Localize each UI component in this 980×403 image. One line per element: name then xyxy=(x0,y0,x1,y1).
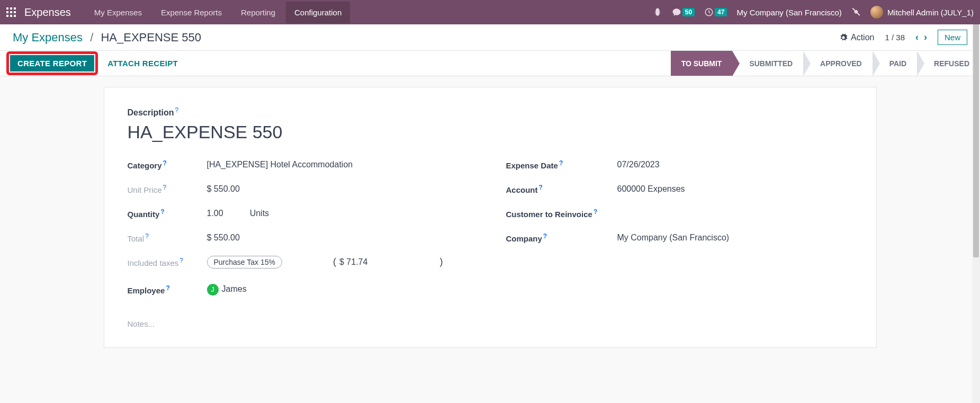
nav-configuration[interactable]: Configuration xyxy=(286,2,350,23)
total-value: $ 550.00 xyxy=(207,233,474,243)
action-label: Action xyxy=(851,33,874,42)
help-icon[interactable]: ? xyxy=(179,257,183,264)
nav-reporting[interactable]: Reporting xyxy=(232,2,284,23)
category-value[interactable]: [HA_EXPENSE] Hotel Accommodation xyxy=(207,160,474,169)
taxes-row: Included taxes? Purchase Tax 15% ( $ 71.… xyxy=(128,255,474,270)
attach-receipt-button[interactable]: ATTACH RECEIPT xyxy=(100,55,185,72)
account-value[interactable]: 600000 Expenses xyxy=(617,184,853,194)
activity-badge: 47 xyxy=(715,8,727,16)
bug-icon[interactable] xyxy=(653,7,662,17)
svg-rect-7 xyxy=(10,15,12,17)
messaging-icon[interactable]: 50 xyxy=(672,7,695,17)
unit-price-value[interactable]: $ 550.00 xyxy=(207,184,474,194)
svg-rect-6 xyxy=(6,15,8,17)
svg-rect-5 xyxy=(14,11,16,13)
total-row: Total? $ 550.00 xyxy=(128,230,474,245)
quantity-row: Quantity? 1.00Units xyxy=(128,206,474,221)
pager-text[interactable]: 1 / 38 xyxy=(885,33,905,42)
pager-next-icon[interactable]: › xyxy=(924,32,927,43)
breadcrumb-parent[interactable]: My Expenses xyxy=(13,31,83,44)
brand-title[interactable]: Expenses xyxy=(24,6,71,19)
employee-label: Employee? xyxy=(128,284,207,295)
breadcrumb-separator: / xyxy=(90,31,93,44)
breadcrumb-right: Action 1 / 38 ‹ › New xyxy=(839,30,967,45)
breadcrumb-bar: My Expenses / HA_EXPENSE 550 Action 1 / … xyxy=(0,24,980,51)
svg-rect-8 xyxy=(14,15,16,17)
statusbar: CREATE REPORT ATTACH RECEIPT TO SUBMIT S… xyxy=(0,51,980,76)
topnav-left: Expenses My Expenses Expense Reports Rep… xyxy=(6,2,350,23)
user-avatar xyxy=(870,6,883,19)
employee-avatar: J xyxy=(207,284,219,295)
expense-title[interactable]: HA_EXPENSE 550 xyxy=(128,122,853,142)
svg-rect-4 xyxy=(10,11,12,13)
help-icon[interactable]: ? xyxy=(166,284,169,292)
reinvoice-label: Customer to Reinvoice? xyxy=(506,208,617,219)
account-label: Account? xyxy=(506,184,617,194)
employee-row: Employee? JJames xyxy=(128,282,474,297)
date-value[interactable]: 07/26/2023 xyxy=(617,160,853,169)
breadcrumb: My Expenses / HA_EXPENSE 550 xyxy=(13,31,201,44)
tax-tag[interactable]: Purchase Tax 15% xyxy=(207,256,282,268)
user-name: Mitchell Admin (JULY_1) xyxy=(887,8,974,17)
tax-amount: $ 71.74 xyxy=(339,257,367,267)
help-icon[interactable]: ? xyxy=(543,232,547,240)
svg-rect-3 xyxy=(6,11,8,13)
help-icon[interactable]: ? xyxy=(594,208,597,216)
help-icon[interactable]: ? xyxy=(163,184,167,191)
step-refused[interactable]: REFUSED xyxy=(917,51,980,76)
quantity-value[interactable]: 1.00Units xyxy=(207,209,474,218)
account-row: Account? 600000 Expenses xyxy=(506,182,853,196)
form-sheet: Description? HA_EXPENSE 550 Category? [H… xyxy=(104,87,877,348)
quantity-label: Quantity? xyxy=(128,208,207,219)
new-button[interactable]: New xyxy=(938,30,967,45)
status-steps: TO SUBMIT SUBMITTED APPROVED PAID REFUSE… xyxy=(671,51,980,76)
step-approved[interactable]: APPROVED xyxy=(803,51,873,76)
action-menu[interactable]: Action xyxy=(839,33,874,42)
paren-open: ( xyxy=(333,256,336,267)
left-column: Category? [HA_EXPENSE] Hotel Accommodati… xyxy=(128,157,474,307)
top-navbar: Expenses My Expenses Expense Reports Rep… xyxy=(0,0,980,24)
activity-icon[interactable]: 47 xyxy=(704,7,727,17)
help-icon[interactable]: ? xyxy=(145,232,149,240)
help-icon[interactable]: ? xyxy=(163,159,167,167)
company-row: Company? My Company (San Francisco) xyxy=(506,230,853,245)
taxes-value: Purchase Tax 15% ( $ 71.74 ) xyxy=(207,256,474,268)
date-label: Expense Date? xyxy=(506,159,617,170)
description-section: Description? HA_EXPENSE 550 xyxy=(128,106,853,142)
pager-arrows: ‹ › xyxy=(915,32,927,43)
right-column: Expense Date? 07/26/2023 Account? 600000… xyxy=(506,157,853,307)
nav-my-expenses[interactable]: My Expenses xyxy=(86,2,150,23)
help-icon[interactable]: ? xyxy=(539,184,543,191)
user-menu[interactable]: Mitchell Admin (JULY_1) xyxy=(870,6,974,19)
reinvoice-row: Customer to Reinvoice? xyxy=(506,206,853,221)
highlight-marker: CREATE REPORT xyxy=(6,51,98,75)
breadcrumb-current: HA_EXPENSE 550 xyxy=(101,31,201,44)
vertical-scrollbar[interactable] xyxy=(972,24,980,359)
step-to-submit[interactable]: TO SUBMIT xyxy=(671,51,733,76)
svg-rect-0 xyxy=(6,7,8,10)
company-value[interactable]: My Company (San Francisco) xyxy=(617,233,853,243)
description-label: Description xyxy=(128,108,174,117)
category-row: Category? [HA_EXPENSE] Hotel Accommodati… xyxy=(128,157,474,172)
help-icon[interactable]: ? xyxy=(175,106,179,114)
employee-value[interactable]: JJames xyxy=(207,284,474,295)
nav-expense-reports[interactable]: Expense Reports xyxy=(152,2,230,23)
help-icon[interactable]: ? xyxy=(559,159,563,167)
create-report-button[interactable]: CREATE REPORT xyxy=(10,55,94,71)
notes-field[interactable]: Notes... xyxy=(128,319,853,328)
pager-prev-icon[interactable]: ‹ xyxy=(915,32,919,43)
content-area: Description? HA_EXPENSE 550 Category? [H… xyxy=(0,76,980,359)
step-submitted[interactable]: SUBMITTED xyxy=(732,51,803,76)
help-icon[interactable]: ? xyxy=(160,208,164,216)
scrollbar-thumb[interactable] xyxy=(973,24,979,257)
company-switcher[interactable]: My Company (San Francisco) xyxy=(736,8,841,17)
topnav-right: 50 47 My Company (San Francisco) Mitchel… xyxy=(653,6,974,19)
svg-rect-1 xyxy=(10,7,12,10)
tools-icon[interactable] xyxy=(851,7,861,17)
form-columns: Category? [HA_EXPENSE] Hotel Accommodati… xyxy=(128,157,853,307)
total-label: Total? xyxy=(128,232,207,243)
unit-price-label: Unit Price? xyxy=(128,184,207,194)
svg-rect-2 xyxy=(14,7,16,10)
paren-close: ) xyxy=(439,256,443,267)
apps-icon[interactable] xyxy=(6,7,16,17)
